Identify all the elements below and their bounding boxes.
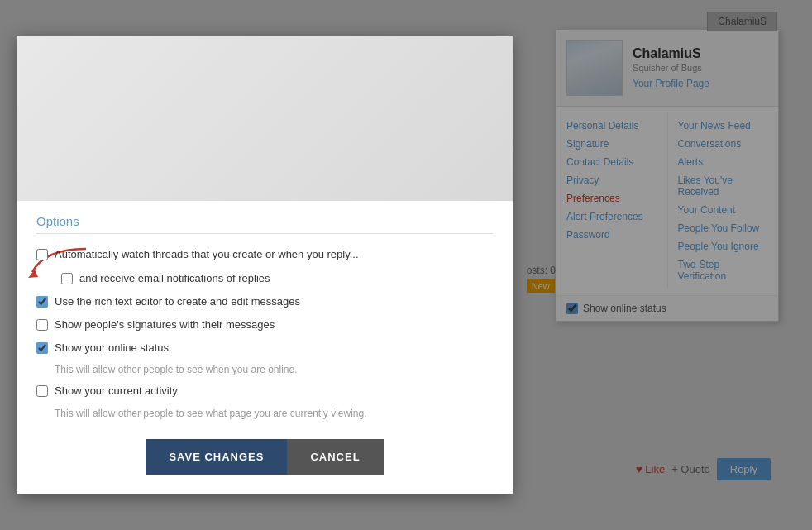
option-row-watch-threads: Automatically watch threads that you cre… xyxy=(36,247,493,262)
option-group-activity: Show your current activity This will all… xyxy=(36,384,493,418)
option-row-activity: Show your current activity xyxy=(36,384,493,399)
show-activity-label: Show your current activity xyxy=(55,384,178,399)
show-signatures-checkbox[interactable] xyxy=(36,319,48,331)
preferences-modal: Options Automatically watch threads that… xyxy=(17,36,513,494)
modal-footer: SAVE CHANGES CANCEL xyxy=(17,439,513,494)
email-notifications-checkbox[interactable] xyxy=(61,273,73,284)
option-group-online-status: Show your online status This will allow … xyxy=(36,341,493,375)
rich-editor-label: Use the rich text editor to create and e… xyxy=(55,294,300,309)
preview-inner xyxy=(17,36,513,201)
watch-threads-checkbox[interactable] xyxy=(36,249,48,260)
cancel-button[interactable]: CANCEL xyxy=(287,439,383,475)
show-signatures-label: Show people's signatures with their mess… xyxy=(55,318,275,332)
option-row-rich-editor: Use the rich text editor to create and e… xyxy=(36,294,493,309)
option-row-email-notifications: and receive email notifications of repli… xyxy=(61,271,493,286)
modal-body: Options Automatically watch threads that… xyxy=(17,201,513,438)
save-changes-button[interactable]: SAVE CHANGES xyxy=(146,439,287,475)
watch-threads-label: Automatically watch threads that you cre… xyxy=(55,247,359,262)
option-row-online-status: Show your online status xyxy=(36,341,493,356)
online-status-checkbox[interactable] xyxy=(36,342,48,354)
online-status-description: This will allow other people to see when… xyxy=(55,364,493,375)
option-row-show-signatures: Show people's signatures with their mess… xyxy=(36,318,493,332)
rich-editor-checkbox[interactable] xyxy=(36,296,48,308)
email-notifications-label: and receive email notifications of repli… xyxy=(79,271,270,286)
options-section-title: Options xyxy=(36,214,493,234)
modal-preview xyxy=(17,36,513,201)
show-activity-checkbox[interactable] xyxy=(36,385,48,397)
activity-description: This will allow other people to see what… xyxy=(55,408,493,419)
modal-overlay: Options Automatically watch threads that… xyxy=(0,0,812,530)
online-status-label: Show your online status xyxy=(55,341,169,356)
